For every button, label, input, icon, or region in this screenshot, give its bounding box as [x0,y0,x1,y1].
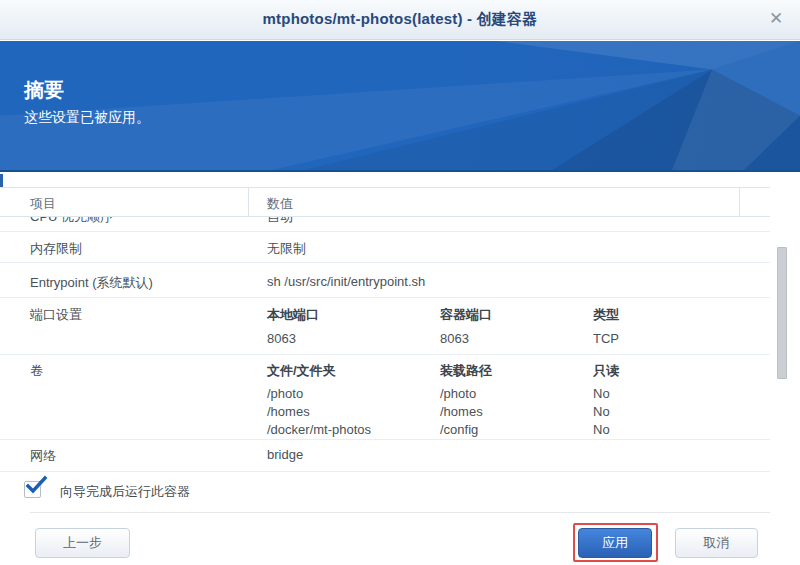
volume-ro: No [593,404,610,419]
row-value: sh /usr/src/init/entrypoint.sh [267,274,425,289]
column-header-item: 项目 [30,195,56,213]
summary-table-header: 项目 数值 [0,187,770,217]
ports-col-container: 容器端口 [440,306,492,324]
back-button[interactable]: 上一步 [35,528,130,558]
dialog-titlebar: mtphotos/mt-photos(latest) - 创建容器 ✕ [0,0,800,40]
row-divider [0,354,770,355]
volume-file: /homes [267,404,310,419]
column-separator [739,188,740,217]
row-value: bridge [267,447,303,462]
volume-mount: /config [440,422,478,437]
vertical-scrollbar-thumb[interactable] [777,247,787,379]
volume-ro: No [593,422,610,437]
volume-mount: /homes [440,404,483,419]
row-divider [0,262,770,263]
port-local-value: 8063 [267,331,296,346]
dialog-title: mtphotos/mt-photos(latest) - 创建容器 [0,10,800,29]
footer-divider [30,512,770,513]
volume-file: /photo [267,386,303,401]
row-label: 端口设置 [30,306,82,324]
ports-col-type: 类型 [593,306,619,324]
close-icon[interactable]: ✕ [764,7,788,31]
row-label: 网络 [30,447,56,465]
row-label: CPU 优先顺序 [30,217,113,226]
table-row-cpu-clipped: CPU 优先顺序 自动 [0,217,770,231]
row-label: Entrypoint (系统默认) [30,274,153,292]
step-subtitle: 这些设置已被应用。 [24,109,150,127]
volumes-col-file: 文件/文件夹 [267,362,336,380]
row-value: 无限制 [267,240,306,258]
row-label: 卷 [30,362,43,380]
column-header-value: 数值 [267,195,293,213]
volume-ro: No [593,386,610,401]
cancel-button[interactable]: 取消 [675,528,758,558]
row-value: 自动 [267,217,293,226]
checkmark-icon [25,476,49,496]
port-type-value: TCP [593,331,619,346]
row-divider [0,471,770,472]
step-title: 摘要 [24,77,64,104]
wizard-banner: 摘要 这些设置已被应用。 [0,41,800,172]
row-divider [0,439,770,440]
row-divider [0,297,770,298]
volume-mount: /photo [440,386,476,401]
volume-file: /docker/mt-photos [267,422,371,437]
port-container-value: 8063 [440,331,469,346]
run-after-wizard-label[interactable]: 向导完成后运行此容器 [60,483,190,501]
row-label: 内存限制 [30,240,82,258]
apply-button[interactable]: 应用 [578,528,652,558]
volumes-col-mount: 装载路径 [440,362,492,380]
create-container-dialog: mtphotos/mt-photos(latest) - 创建容器 ✕ 摘要 这… [0,0,800,565]
ports-col-local: 本地端口 [267,306,319,324]
row-divider [0,231,770,232]
volumes-col-readonly: 只读 [593,362,619,380]
column-separator [248,188,249,217]
